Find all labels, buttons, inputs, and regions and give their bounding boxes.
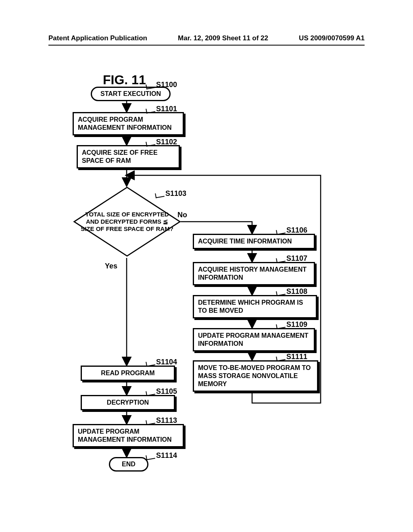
step-text: READ PROGRAM xyxy=(101,370,154,376)
step-id: S1101 xyxy=(156,105,177,113)
step-text: UPDATE PROGRAM MANAGEMENT INFORMATION xyxy=(198,332,308,347)
step-text: MOVE TO-BE-MOVED PROGRAM TO MASS STORAGE… xyxy=(198,364,311,387)
step-text: UPDATE PROGRAM MANAGEMENT INFORMATION xyxy=(78,428,172,443)
step-id: S1107 xyxy=(286,254,307,263)
flowchart: START EXECUTION S1100 ACQUIRE PROGRAM MA… xyxy=(63,85,369,488)
edge-no: No xyxy=(177,211,187,219)
step-text: ACQUIRE PROGRAM MANAGEMENT INFORMATION xyxy=(78,116,172,131)
process-acquire-time: ACQUIRE TIME INFORMATION xyxy=(193,234,315,249)
step-id: S1108 xyxy=(286,287,307,296)
step-text: ACQUIRE SIZE OF FREE SPACE OF RAM xyxy=(82,149,158,164)
step-id: S1105 xyxy=(156,387,177,396)
step-id: S1102 xyxy=(156,138,177,146)
header-center: Mar. 12, 2009 Sheet 11 of 22 xyxy=(178,34,268,42)
step-text: DETERMINE WHICH PROGRAM IS TO BE MOVED xyxy=(198,299,303,314)
process-move-program: MOVE TO-BE-MOVED PROGRAM TO MASS STORAGE… xyxy=(193,360,318,392)
header-left: Patent Application Publication xyxy=(48,34,147,42)
terminator-end: END xyxy=(109,457,148,472)
step-text: START EXECUTION xyxy=(100,90,161,97)
process-update-mgmt-left: UPDATE PROGRAM MANAGEMENT INFORMATION xyxy=(73,424,184,447)
step-id: S1100 xyxy=(156,81,177,89)
process-decryption: DECRYPTION xyxy=(81,395,175,410)
step-id: S1103 xyxy=(165,189,186,198)
process-acquire-ram-free: ACQUIRE SIZE OF FREE SPACE OF RAM xyxy=(77,145,180,168)
step-text: ACQUIRE HISTORY MANAGEMENT INFORMATION xyxy=(198,266,307,281)
header-right: US 2009/0070599 A1 xyxy=(299,34,365,42)
step-text: DECRYPTION xyxy=(107,399,149,406)
step-id: S1114 xyxy=(156,451,177,460)
process-update-mgmt-right: UPDATE PROGRAM MANAGEMENT INFORMATION xyxy=(193,328,315,351)
step-id: S1111 xyxy=(286,353,307,361)
step-id: S1106 xyxy=(286,226,307,235)
step-text: END xyxy=(122,461,136,468)
page-header: Patent Application Publication Mar. 12, … xyxy=(48,34,365,46)
process-determine-program: DETERMINE WHICH PROGRAM IS TO BE MOVED xyxy=(193,295,317,318)
step-text: TOTAL SIZE OF ENCRYPTED AND DECRYPTED FO… xyxy=(77,211,177,233)
edge-yes: Yes xyxy=(105,262,117,270)
process-acquire-history: ACQUIRE HISTORY MANAGEMENT INFORMATION xyxy=(193,262,315,285)
process-acquire-program-mgmt: ACQUIRE PROGRAM MANAGEMENT INFORMATION xyxy=(73,112,184,135)
step-text: ACQUIRE TIME INFORMATION xyxy=(198,238,292,245)
step-id: S1109 xyxy=(286,320,307,329)
step-id: S1104 xyxy=(156,358,177,366)
process-read-program: READ PROGRAM xyxy=(81,366,175,381)
step-id: S1113 xyxy=(156,416,177,425)
